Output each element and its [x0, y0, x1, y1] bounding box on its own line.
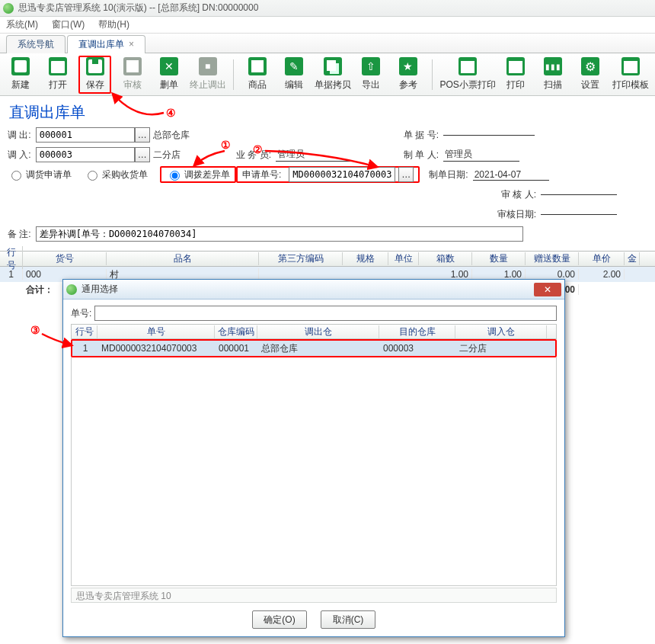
- tab-close-icon[interactable]: ×: [129, 39, 134, 50]
- cell: 1: [72, 343, 98, 354]
- audit-button[interactable]: 审核: [116, 56, 149, 94]
- biz-label: 业 务 员:: [236, 149, 271, 162]
- cell: MD0000032104070003: [98, 343, 216, 354]
- dialog-close-button[interactable]: ✕: [534, 283, 561, 296]
- btn-label: 商品: [248, 78, 267, 91]
- dcol-dst[interactable]: 目的仓库: [379, 325, 455, 338]
- dialog-grid-body[interactable]: [71, 357, 557, 586]
- col-name[interactable]: 品名: [107, 252, 259, 265]
- tab-system-nav[interactable]: 系统导航: [6, 35, 66, 53]
- dialog-cancel-button[interactable]: 取消(C): [321, 610, 375, 629]
- col-box[interactable]: 箱数: [419, 252, 472, 265]
- biz-value: 管理员: [276, 148, 352, 162]
- col-rownum[interactable]: 行号: [0, 246, 23, 272]
- col-gift[interactable]: 赠送数量: [526, 252, 579, 265]
- col-code[interactable]: 货号: [23, 252, 107, 265]
- radio-diff-highlight: 调拨差异单: [160, 166, 236, 183]
- template-icon: [621, 57, 640, 75]
- btn-label: 终止调出: [190, 78, 226, 91]
- col-spec[interactable]: 规格: [343, 252, 388, 265]
- cell: 000003: [380, 343, 456, 354]
- open-icon: [49, 57, 67, 75]
- auditor-label: 审 核 人:: [501, 188, 536, 201]
- cell: 1.00: [472, 269, 526, 280]
- remark-label: 备 注:: [8, 228, 31, 241]
- window-titlebar: 思迅专卖店管理系统 10(演示版) -- [总部系统] DN:00000000: [0, 0, 655, 17]
- col-unit[interactable]: 单位: [388, 252, 419, 265]
- scan-icon: [544, 57, 562, 75]
- col-extra[interactable]: 金: [625, 252, 640, 265]
- export-icon: [362, 57, 380, 75]
- btn-label: 打印模板: [612, 78, 649, 91]
- in-code-input[interactable]: [36, 147, 135, 162]
- reference-button[interactable]: 参考: [391, 56, 424, 94]
- tab-direct-out[interactable]: 直调出库单×: [67, 35, 145, 53]
- in-name-text: 二分店: [153, 149, 181, 162]
- radio-request[interactable]: 调货申请单: [8, 168, 72, 181]
- dcol-wh[interactable]: 仓库编码: [215, 325, 257, 338]
- apply-lookup-button[interactable]: …: [398, 167, 414, 182]
- dialog-row-highlight: 1 MD0000032104070003 000001 总部仓库 000003 …: [71, 339, 557, 357]
- dialog-ok-button[interactable]: 确定(O): [252, 610, 307, 629]
- settings-button[interactable]: 设置: [574, 56, 606, 94]
- delete-button[interactable]: 删单: [153, 56, 186, 94]
- separator: [233, 59, 234, 90]
- dialog-search-label: 单号:: [71, 307, 91, 320]
- audit-icon: [123, 57, 142, 75]
- copy-button[interactable]: 单据拷贝: [315, 56, 350, 94]
- stop-button[interactable]: 终止调出: [190, 56, 225, 94]
- maker-value: 管理员: [443, 148, 519, 162]
- menu-window[interactable]: 窗口(W): [52, 18, 85, 31]
- goods-button[interactable]: 商品: [241, 56, 273, 94]
- btn-label: 保存: [86, 78, 104, 91]
- print-button[interactable]: 打印: [500, 56, 532, 94]
- radio-purchase[interactable]: 采购收货单: [84, 168, 148, 181]
- btn-label: 导出: [362, 78, 380, 91]
- apply-no-input[interactable]: [289, 167, 395, 182]
- dcol-in[interactable]: 调入仓: [455, 325, 547, 338]
- out-label: 调 出:: [8, 129, 31, 142]
- btn-label: 编辑: [285, 78, 303, 91]
- dialog-row[interactable]: 1 MD0000032104070003 000001 总部仓库 000003 …: [72, 341, 555, 356]
- radio-label: 调货申请单: [26, 168, 72, 181]
- col-qty[interactable]: 数量: [472, 252, 526, 265]
- scan-button[interactable]: 扫描: [537, 56, 570, 94]
- separator: [432, 59, 433, 90]
- app-icon: [3, 3, 14, 14]
- out-code-input[interactable]: [36, 127, 135, 143]
- copy-icon: [324, 57, 342, 75]
- menu-system[interactable]: 系统(M): [6, 18, 38, 31]
- print-icon: [506, 57, 525, 75]
- dcol-out[interactable]: 调出仓: [257, 325, 379, 338]
- dcol-row[interactable]: 行号: [72, 325, 97, 338]
- cell: 1: [0, 269, 23, 280]
- btn-label: 取消(C): [333, 614, 364, 626]
- radio-label: 采购收货单: [102, 168, 148, 181]
- open-button[interactable]: 打开: [42, 56, 75, 94]
- out-lookup-button[interactable]: …: [135, 127, 150, 143]
- export-button[interactable]: 导出: [355, 56, 388, 94]
- new-button[interactable]: 新建: [5, 56, 37, 94]
- out-name-text: 总部仓库: [153, 129, 190, 142]
- col-price[interactable]: 单价: [579, 252, 625, 265]
- pos-print-icon: [458, 57, 477, 75]
- new-icon: [11, 57, 30, 75]
- radio-diff[interactable]: 调拨差异单: [166, 168, 230, 181]
- btn-label: 确定(O): [264, 614, 295, 626]
- cell: 二分店: [456, 342, 548, 355]
- menu-help[interactable]: 帮助(H): [98, 18, 129, 31]
- tab-label: 系统导航: [18, 39, 54, 50]
- remark-input[interactable]: [36, 226, 523, 242]
- dcol-no[interactable]: 单号: [97, 325, 215, 338]
- save-button[interactable]: 保存: [78, 56, 111, 94]
- doc-title: 直调出库单: [9, 102, 647, 123]
- auditdate-value: [541, 214, 617, 215]
- dialog-grid-header: 行号 单号 仓库编码 调出仓 目的仓库 调入仓: [71, 324, 557, 339]
- in-lookup-button[interactable]: …: [135, 147, 150, 162]
- pos-print-button[interactable]: POS小票打印: [440, 56, 495, 94]
- grid-header: 行号 货号 品名 第三方编码 规格 单位 箱数 数量 赠送数量 单价 金: [0, 252, 655, 267]
- col-third[interactable]: 第三方编码: [259, 252, 343, 265]
- dialog-search-input[interactable]: [94, 306, 557, 321]
- print-template-button[interactable]: 打印模板: [611, 56, 650, 94]
- edit-button[interactable]: 编辑: [278, 56, 311, 94]
